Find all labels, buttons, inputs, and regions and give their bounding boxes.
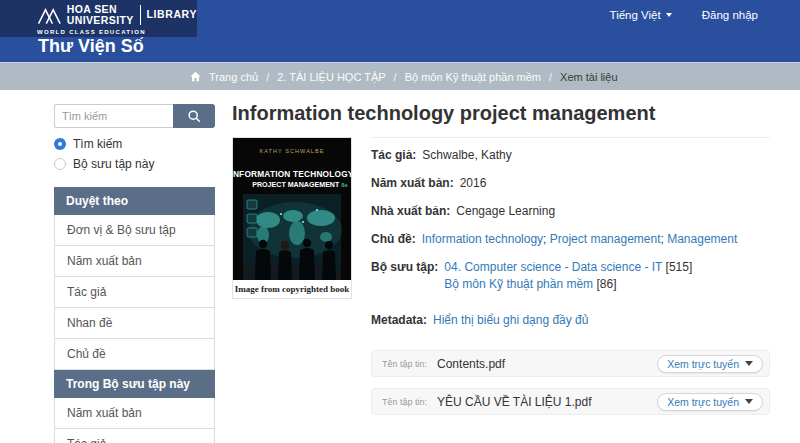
search-input[interactable] [54,104,173,128]
file-row: Tên tập tin: Contents.pdf Xem trực tuyến [371,350,770,377]
sidebar-item-col-year[interactable]: Năm xuất bản [54,398,215,429]
svg-text:KATHY SCHWALBE: KATHY SCHWALBE [260,148,325,154]
logo-tagline: WORLD CLASS EDUCATION [37,29,146,35]
logo-university-name: HOA SEN UNIVERSITY [67,4,134,26]
subject-link[interactable]: Project management [550,232,661,246]
breadcrumb: Trang chủ / 2. TÀI LIỆU HỌC TẬP / Bộ môn… [0,62,800,90]
meta-label: Nhà xuất bản: [371,204,450,218]
scope-radio-label: Tìm kiếm [73,137,122,151]
svg-text:PROJECT MANAGEMENT8e: PROJECT MANAGEMENT8e [252,181,348,189]
file-name[interactable]: YÊU CẦU VỀ TÀI LIỆU 1.pdf [437,395,592,409]
collection-count: [86] [596,277,616,291]
breadcrumb-home[interactable]: Trang chủ [209,71,258,83]
browse-section: Duyệt theo Đơn vị & Bộ sưu tập Năm xuất … [54,187,215,370]
login-link[interactable]: Đăng nhập [702,9,758,21]
scope-radio-collection[interactable]: Bộ sưu tập này [54,157,215,171]
file-label: Tên tập tin: [382,359,427,369]
meta-label: Năm xuất bản: [371,176,454,190]
meta-row-metadata: Metadata: Hiển thị biểu ghi dạng đầy đủ [371,306,770,334]
cover-caption: Image from copyrighted book [233,280,351,298]
view-online-label: Xem trực tuyến [667,358,739,370]
meta-value-year: 2016 [460,176,487,190]
collection-section: Trong Bộ sưu tập này Năm xuất bản Tác gi… [54,370,215,443]
sidebar-item-col-author[interactable]: Tác giả [54,429,215,443]
subject-link[interactable]: Management [667,232,737,246]
view-online-label: Xem trực tuyến [667,396,739,408]
book-cover-image: KATHY SCHWALBE INFORMATION TECHNOLOGY PR… [232,137,352,299]
collection-link[interactable]: 04. Computer science - Data science - IT [444,260,662,274]
sidebar-item-title[interactable]: Nhan đề [54,308,215,339]
meta-value-publisher: Cengage Learning [456,204,555,218]
subject-separator: ; [661,232,664,246]
meta-row-publisher: Nhà xuất bản: Cengage Learning [371,197,770,225]
scope-radio-search[interactable]: Tìm kiếm [54,137,215,151]
collection-section-header: Trong Bộ sưu tập này [54,370,215,398]
breadcrumb-separator: / [394,71,397,83]
sidebar: Tìm kiếm Bộ sưu tập này Duyệt theo Đơn v… [54,90,215,443]
radio-unselected-icon[interactable] [54,158,66,170]
site-title: Thư Viện Số [38,36,144,57]
search-icon [187,109,202,124]
meta-row-year: Năm xuất bản: 2016 [371,169,770,197]
meta-row-author: Tác giả: Schwalbe, Kathy [371,141,770,169]
language-dropdown[interactable]: Tiếng Việt [610,9,672,21]
breadcrumb-separator: / [549,71,552,83]
breadcrumb-collection[interactable]: Bộ môn Kỹ thuật phần mềm [405,71,541,83]
full-record-link[interactable]: Hiển thị biểu ghi dạng đầy đủ [433,313,588,327]
meta-label: Tác giả: [371,148,416,162]
breadcrumb-separator: / [266,71,269,83]
mountain-logo-icon [37,5,62,27]
logo-divider [140,5,141,25]
meta-value-author: Schwalbe, Kathy [422,148,511,162]
book-cover-art: KATHY SCHWALBE INFORMATION TECHNOLOGY PR… [233,138,351,280]
top-header: HOA SEN UNIVERSITY LIBRARY WORLD CLASS E… [0,0,800,62]
file-row: Tên tập tin: YÊU CẦU VỀ TÀI LIỆU 1.pdf X… [371,388,770,415]
meta-row-collections: Bộ sưu tập: 04. Computer science - Data … [371,253,770,298]
collection-count: [515] [666,260,693,274]
sidebar-item-author[interactable]: Tác giả [54,277,215,308]
view-online-button[interactable]: Xem trực tuyến [657,355,763,373]
subject-link[interactable]: Information technology [422,232,543,246]
sidebar-item-communities[interactable]: Đơn vị & Bộ sưu tập [54,215,215,246]
item-detail: Information technology project managemen… [215,90,800,443]
sidebar-item-year[interactable]: Năm xuất bản [54,246,215,277]
breadcrumb-community[interactable]: 2. TÀI LIỆU HỌC TẬP [277,71,385,83]
chevron-down-icon [666,13,672,17]
scope-radio-label: Bộ sưu tập này [73,157,154,171]
svg-text:INFORMATION TECHNOLOGY: INFORMATION TECHNOLOGY [233,169,351,179]
file-list: Tên tập tin: Contents.pdf Xem trực tuyến… [371,350,770,415]
file-label: Tên tập tin: [382,397,427,407]
subject-separator: ; [543,232,546,246]
university-logo[interactable]: HOA SEN UNIVERSITY LIBRARY WORLD CLASS E… [0,0,197,37]
view-online-button[interactable]: Xem trực tuyến [657,393,763,411]
page-title: Information technology project managemen… [232,102,770,125]
meta-label: Metadata: [371,313,427,327]
home-icon[interactable] [190,71,201,82]
meta-label: Chủ đề: [371,232,416,246]
collection-link[interactable]: Bộ môn Kỹ thuật phần mềm [444,277,593,291]
language-label: Tiếng Việt [610,9,661,21]
meta-label: Bộ sưu tập: [371,260,438,274]
browse-section-header: Duyệt theo [54,187,215,215]
breadcrumb-current: Xem tài liệu [560,71,617,83]
meta-row-subjects: Chủ đề: Information technology; Project … [371,225,770,253]
radio-selected-icon[interactable] [54,138,66,150]
metadata-table: Tác giả: Schwalbe, Kathy Năm xuất bản: 2… [371,137,770,334]
logo-library-label: LIBRARY [147,8,197,20]
sidebar-item-subject[interactable]: Chủ đề [54,339,215,370]
search-button[interactable] [173,104,215,128]
file-name[interactable]: Contents.pdf [437,357,505,371]
chevron-down-icon [745,399,753,404]
chevron-down-icon [745,361,753,366]
